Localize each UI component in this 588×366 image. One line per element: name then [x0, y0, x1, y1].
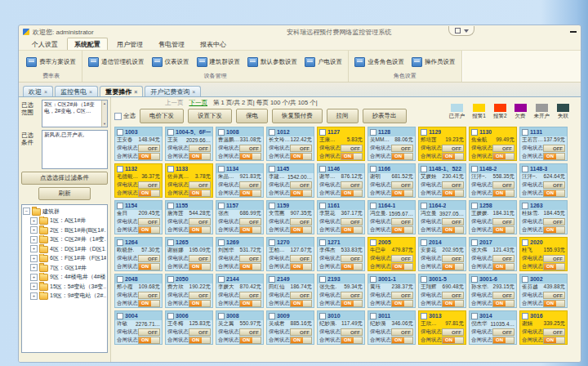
meter-card[interactable]: 3006 王冬梅 125.83元 保电状态 OFF 合闸状态 ON: [165, 310, 213, 345]
chevron-down-icon[interactable]: [464, 29, 469, 33]
meter-card[interactable]: 1145 李建先… 1542.00… 保电状态 OFF 合闸状态 ON: [266, 163, 314, 198]
pick-filter-button[interactable]: 点选选择过滤条件: [21, 172, 108, 185]
switch-toggle[interactable]: ON: [543, 263, 565, 270]
scroll-up-icon[interactable]: ▲: [103, 101, 106, 105]
switch-toggle[interactable]: ON: [543, 300, 565, 307]
meter-card[interactable]: 1004-5、6F一 王英 2029.66… 保电状态 OFF 合闸状态 ON: [165, 127, 213, 161]
protect-toggle[interactable]: OFF: [239, 145, 261, 152]
switch-toggle[interactable]: ON: [341, 190, 363, 197]
card-checkbox[interactable]: [218, 203, 225, 209]
protect-toggle[interactable]: OFF: [492, 181, 514, 189]
protect-toggle[interactable]: OFF: [442, 328, 464, 336]
switch-toggle[interactable]: ON: [138, 337, 160, 344]
card-checkbox[interactable]: [522, 203, 528, 209]
meter-card[interactable]: 1265 谢丽娜 195.09元 保电状态 OFF 合闸状态 ON: [165, 237, 213, 271]
meter-card[interactable]: 1128 吴MM… 88.06元 保电状态 OFF 合闸状态 ON: [368, 127, 416, 161]
switch-toggle[interactable]: ON: [492, 190, 514, 197]
card-checkbox[interactable]: [319, 276, 326, 283]
meter-card[interactable]: 3001-1 黄珏 238.37元 保电状态 OFF 合闸状态 ON: [368, 274, 416, 308]
switch-toggle[interactable]: ON: [492, 263, 514, 270]
protect-toggle[interactable]: OFF: [189, 328, 211, 336]
ribbon-button[interactable]: 业务角色设置: [354, 57, 404, 67]
card-checkbox[interactable]: [167, 203, 174, 209]
meter-card[interactable]: 2020 桂飞 155.93元 保电状态 OFF 合闸状态 ON: [519, 237, 568, 271]
expand-icon[interactable]: +: [30, 236, 38, 243]
protect-toggle[interactable]: OFF: [290, 145, 312, 152]
protect-toggle[interactable]: OFF: [492, 255, 514, 262]
protect-toggle[interactable]: OFF: [341, 218, 363, 225]
meter-card[interactable]: 1134 朱品… 921.83元 保电状态 OFF 合闸状态 ON: [216, 163, 264, 198]
meter-card[interactable]: 1148-3 汪洋~. 624.64元 保电状态 OFF 合闸状态 ON: [519, 163, 568, 198]
close-icon[interactable]: ×: [134, 89, 137, 95]
switch-toggle[interactable]: ON: [341, 300, 363, 307]
switch-toggle[interactable]: ON: [391, 300, 413, 307]
meter-card[interactable]: 1271 李伟杰 533.83元 保电状态 OFF 合闸状态 ON: [317, 237, 365, 271]
switch-toggle[interactable]: ON: [341, 153, 363, 160]
document-tab[interactable]: 欢迎 ×: [23, 86, 53, 96]
switch-toggle[interactable]: ON: [239, 226, 261, 234]
tree-item[interactable]: + 19区：9#变电站（2#…: [23, 292, 106, 301]
protect-toggle[interactable]: OFF: [341, 292, 363, 299]
card-checkbox[interactable]: [421, 166, 427, 172]
switch-toggle[interactable]: ON: [189, 153, 211, 160]
protect-toggle[interactable]: OFF: [442, 145, 464, 152]
meter-card[interactable]: 1008 曹温鹏… 331.08元 保电状态 OFF 合闸状态 ON: [216, 127, 264, 161]
switch-toggle[interactable]: ON: [239, 153, 261, 160]
switch-toggle[interactable]: ON: [391, 153, 413, 160]
protect-toggle[interactable]: OFF: [341, 145, 363, 152]
card-checkbox[interactable]: [471, 239, 478, 246]
meter-card[interactable]: 1012 长文玲… 122.42元 保电状态 OFF 合闸状态 ON: [266, 127, 314, 161]
meter-card[interactable]: 1146 谢琴… 876.12元 保电状态 OFF 合闸状态 ON: [317, 163, 365, 198]
protect-toggle[interactable]: OFF: [239, 328, 261, 336]
meter-card[interactable]: 3008 吴之翼 550.97元 保电状态 OFF 合闸状态 ON: [216, 310, 264, 345]
card-checkbox[interactable]: [421, 313, 427, 319]
meter-card[interactable]: 1130 焦金航 99.49元 保电状态 OFF 合闸状态 ON: [469, 127, 517, 161]
protect-toggle[interactable]: OFF: [442, 292, 464, 299]
ribbon-button[interactable]: 仪表设置: [152, 57, 189, 67]
card-checkbox[interactable]: [117, 203, 123, 209]
switch-toggle[interactable]: ON: [138, 263, 160, 270]
protect-toggle[interactable]: OFF: [341, 181, 363, 189]
protect-toggle[interactable]: OFF: [391, 292, 413, 299]
card-checkbox[interactable]: [370, 313, 376, 319]
protect-toggle[interactable]: OFF: [138, 145, 160, 152]
card-checkbox[interactable]: [319, 313, 326, 319]
switch-toggle[interactable]: ON: [442, 226, 464, 234]
toolbar-button[interactable]: 抄表导出: [363, 109, 407, 123]
tree-item[interactable]: + 15区：5#变站（3#变…: [23, 282, 106, 292]
meter-card[interactable]: 1264 欧晓舒. 57.30元 保电状态 OFF 合闸状态 ON: [114, 237, 163, 271]
meter-card[interactable]: 1155 唐海莲 544.28元 保电状态 OFF 合闸状态 ON: [165, 200, 213, 234]
card-checkbox[interactable]: [167, 166, 174, 172]
meter-card[interactable]: 3010 纪妙漪. 117.49元 保电状态 OFF 合闸状态 ON: [317, 310, 365, 345]
switch-toggle[interactable]: ON: [492, 153, 514, 160]
expand-icon[interactable]: +: [30, 292, 38, 300]
card-checkbox[interactable]: [319, 239, 326, 246]
switch-toggle[interactable]: ON: [189, 226, 211, 234]
card-checkbox[interactable]: [370, 166, 376, 172]
close-icon[interactable]: ×: [44, 89, 47, 95]
card-checkbox[interactable]: [218, 313, 225, 319]
card-checkbox[interactable]: [370, 203, 376, 209]
scrollbar[interactable]: ▲▼: [101, 100, 107, 127]
protect-toggle[interactable]: OFF: [189, 255, 211, 262]
protect-toggle[interactable]: OFF: [543, 292, 565, 299]
menu-tab[interactable]: 报表中心: [194, 38, 233, 50]
protect-toggle[interactable]: OFF: [492, 328, 514, 336]
restore-icon[interactable]: [455, 28, 461, 33]
card-checkbox[interactable]: [117, 313, 123, 319]
meter-card[interactable]: 1166 谢明 681.52元 保电状态 OFF 合闸状态 ON: [368, 163, 416, 198]
meter-card[interactable]: 3009 吴成君 885.16元 保电状态 OFF 合闸状态 ON: [266, 310, 314, 345]
card-checkbox[interactable]: [117, 276, 123, 283]
meter-card[interactable]: 1159 文雪惠 907.35元 保电状态 OFF 合闸状态 ON: [266, 200, 314, 234]
protect-toggle[interactable]: OFF: [341, 255, 363, 262]
switch-toggle[interactable]: ON: [492, 226, 514, 234]
card-checkbox[interactable]: [117, 166, 123, 172]
toolbar-button[interactable]: 设置下发: [188, 109, 232, 123]
protect-toggle[interactable]: OFF: [239, 181, 261, 189]
switch-toggle[interactable]: ON: [442, 263, 464, 270]
card-checkbox[interactable]: [471, 166, 478, 172]
protect-toggle[interactable]: OFF: [290, 255, 312, 262]
protect-toggle[interactable]: OFF: [189, 292, 211, 299]
meter-card[interactable]: 1129 郑培莲 19.23元 保电状态 OFF 合闸状态 ON: [418, 127, 466, 161]
switch-toggle[interactable]: ON: [391, 263, 413, 270]
